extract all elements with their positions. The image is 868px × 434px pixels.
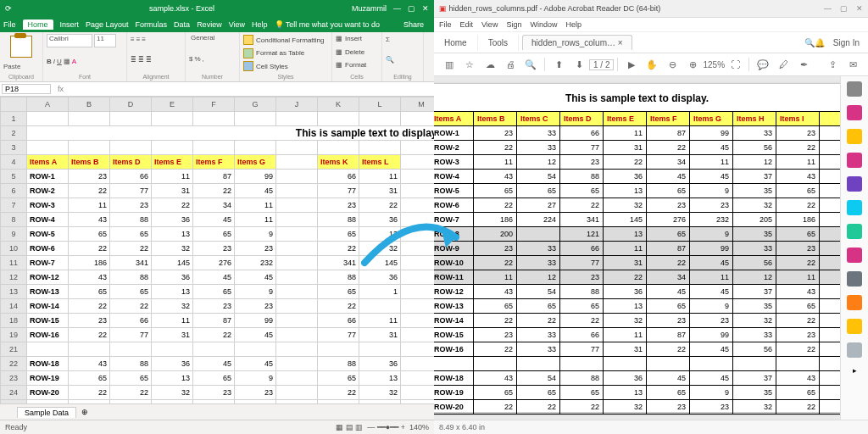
pdf-close-icon[interactable]: ✕ <box>856 4 863 13</box>
group-styles: Styles <box>243 74 328 80</box>
maximize-icon[interactable]: ▢ <box>408 4 415 13</box>
side-tool-icon[interactable] <box>847 81 862 97</box>
font-size-select[interactable]: 11 <box>94 34 116 47</box>
format-button[interactable]: ▦ Format <box>336 61 378 69</box>
zoom-in-icon[interactable]: ⊕ <box>686 58 699 71</box>
excel-window: ⟳ sample.xlsx - Excel Muzammil — ▢ ✕ Fil… <box>0 0 434 434</box>
sheet-tabs[interactable]: Sample Data ⊕ <box>0 403 434 420</box>
cell-styles-button[interactable]: Cell Styles <box>243 61 328 71</box>
number-format-select[interactable]: General <box>189 34 231 42</box>
excel-title: sample.xlsx - Excel <box>12 4 352 13</box>
pdf-menu-help[interactable]: Help <box>565 20 581 29</box>
pdf-menu-view[interactable]: View <box>481 20 498 29</box>
side-tool-icon[interactable] <box>847 319 862 334</box>
pointer-icon[interactable]: ▶ <box>625 58 638 71</box>
excel-menubar: File Home Insert Page Layout Formulas Da… <box>0 17 434 32</box>
pdf-minimize-icon[interactable]: — <box>824 4 832 13</box>
highlight-icon[interactable]: 🖊 <box>776 58 790 71</box>
sheet-tab-sample[interactable]: Sample Data <box>17 407 76 418</box>
sign-in-button[interactable]: Sign In <box>825 35 868 51</box>
excel-ribbon: Paste Clipboard Calibri 11 BIU▦A Font ≡≡… <box>0 32 434 82</box>
bell-icon[interactable]: 🔔 <box>815 38 825 47</box>
star-icon[interactable]: ☆ <box>463 58 476 71</box>
group-number: Number <box>189 74 236 80</box>
menu-view[interactable]: View <box>229 20 245 29</box>
menu-insert[interactable]: Insert <box>60 20 80 29</box>
page-indicator[interactable]: 1 / 2 <box>589 59 614 70</box>
side-tool-icon[interactable] <box>847 248 862 263</box>
acrobat-window: ▣ hidden_rows_columns.pdf - Adobe Acroba… <box>434 0 868 434</box>
loupe-icon[interactable]: 🔍 <box>524 58 537 71</box>
collapse-panel-icon[interactable]: ▸ <box>853 366 857 375</box>
share-button[interactable]: Share <box>403 20 424 29</box>
side-tool-icon[interactable] <box>847 342 862 358</box>
side-tool-icon[interactable] <box>847 200 862 215</box>
minimize-icon[interactable]: — <box>393 4 401 13</box>
menu-pagelayout[interactable]: Page Layout <box>86 20 129 29</box>
zoom-level[interactable]: 140% <box>409 423 429 431</box>
excel-grid[interactable]: ABDEFGJKLM 12This is sample text to disp… <box>0 97 434 403</box>
autosave-icon[interactable]: ⟳ <box>5 4 12 13</box>
hand-icon[interactable]: ✋ <box>645 58 659 71</box>
mail-icon[interactable]: ✉ <box>846 58 860 71</box>
share-icon[interactable]: ⇪ <box>826 58 839 71</box>
pdf-page-size: 8.49 x 6.40 in <box>439 423 485 431</box>
menu-review[interactable]: Review <box>197 20 222 29</box>
delete-button[interactable]: ▦ Delete <box>336 48 378 56</box>
menu-file[interactable]: File <box>3 20 16 29</box>
zoom-level[interactable]: 125% <box>703 60 725 70</box>
side-tool-icon[interactable] <box>847 295 862 310</box>
menu-data[interactable]: Data <box>174 20 190 29</box>
close-icon[interactable]: ✕ <box>422 4 429 13</box>
fit-icon[interactable]: ⛶ <box>728 58 742 71</box>
tab-file[interactable]: hidden_rows_colum… × <box>522 35 632 50</box>
view-icons[interactable]: ▦ ▤ ▥ <box>336 423 363 431</box>
sign-icon[interactable]: ✒ <box>797 58 810 71</box>
acrobat-icon: ▣ <box>439 4 447 13</box>
print-icon[interactable]: 🖨 <box>504 58 517 71</box>
pdf-maximize-icon[interactable]: ▢ <box>840 4 848 13</box>
side-tool-icon[interactable] <box>847 176 862 192</box>
side-tool-icon[interactable] <box>847 153 862 168</box>
sidebar-icon[interactable]: ▥ <box>442 58 456 71</box>
group-editing: Editing <box>386 74 420 80</box>
tab-tools[interactable]: Tools <box>478 35 519 51</box>
acrobat-right-panel: ▸ <box>840 76 868 420</box>
menu-home[interactable]: Home <box>23 19 53 30</box>
font-name-select[interactable]: Calibri <box>47 34 92 47</box>
insert-button[interactable]: ▦ Insert <box>336 35 378 42</box>
acrobat-title: hidden_rows_columns.pdf - Adobe Acrobat … <box>449 4 815 13</box>
page-down-icon[interactable]: ⬇ <box>572 58 586 71</box>
tell-me[interactable]: 💡 Tell me what you want to do <box>275 20 387 29</box>
status-ready: Ready <box>5 423 27 431</box>
acrobat-toolbar: ▥ ☆ ☁ 🖨 🔍 ⬆ ⬇ 1 / 2 ▶ ✋ ⊖ ⊕ 125% ⛶ 💬 🖊 ✒… <box>434 53 868 76</box>
fx-icon[interactable]: fx <box>58 85 64 93</box>
conditional-formatting-button[interactable]: Conditional Formatting <box>243 35 328 45</box>
excel-titlebar: ⟳ sample.xlsx - Excel Muzammil — ▢ ✕ <box>0 0 434 17</box>
cloud-icon[interactable]: ☁ <box>483 58 497 71</box>
pdf-menu-window[interactable]: Window <box>530 20 557 29</box>
pdf-table: Items AItems BItems CItems DItems EItems… <box>434 111 840 415</box>
page-up-icon[interactable]: ⬆ <box>552 58 565 71</box>
excel-user: Muzammil <box>352 4 387 13</box>
group-font: Font <box>47 74 123 80</box>
menu-formulas[interactable]: Formulas <box>136 20 168 29</box>
group-cells: Cells <box>336 74 378 80</box>
zoom-out-icon[interactable]: ⊖ <box>665 58 679 71</box>
menu-help[interactable]: Help <box>252 20 268 29</box>
tab-home[interactable]: Home <box>434 35 478 51</box>
pdf-menu-file[interactable]: File <box>439 20 452 29</box>
side-tool-icon[interactable] <box>847 224 862 239</box>
side-tool-icon[interactable] <box>847 105 862 120</box>
comment-icon[interactable]: 💬 <box>756 58 770 71</box>
group-clipboard: Clipboard <box>3 74 39 80</box>
name-box[interactable]: P18 <box>2 84 51 94</box>
side-tool-icon[interactable] <box>847 129 862 144</box>
search-icon[interactable]: 🔍 <box>804 38 815 47</box>
pdf-menu-sign[interactable]: Sign <box>506 20 521 29</box>
pdf-menu-edit[interactable]: Edit <box>460 20 474 29</box>
paste-icon[interactable] <box>10 36 32 58</box>
format-as-table-button[interactable]: Format as Table <box>243 48 328 58</box>
new-sheet-icon[interactable]: ⊕ <box>81 408 88 416</box>
side-tool-icon[interactable] <box>847 271 862 287</box>
